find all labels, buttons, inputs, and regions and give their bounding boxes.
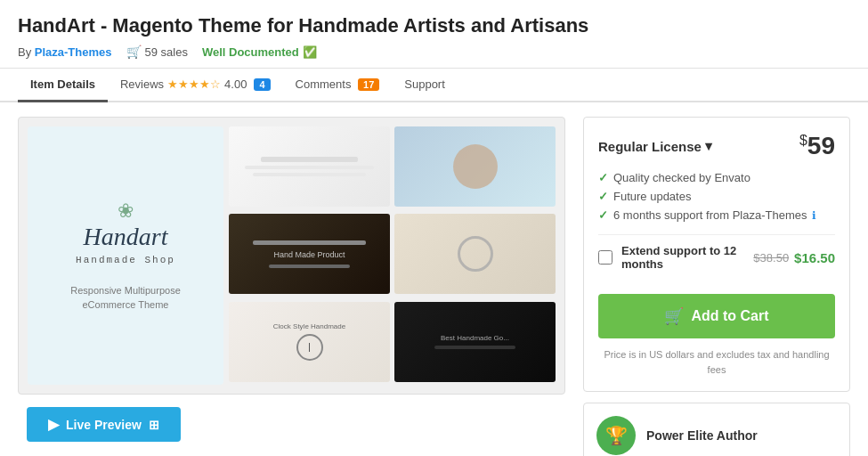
thumbnail-1 (229, 126, 390, 207)
cart-btn-icon: 🛒 (664, 306, 684, 326)
preview-grid: ❀ Handart Handmade Shop Responsive Multi… (18, 117, 565, 395)
sale-price: $16.50 (794, 250, 835, 265)
tab-item-details[interactable]: Item Details (18, 69, 108, 102)
well-documented-badge: Well Documented ✅ (202, 45, 317, 59)
page-wrapper: HandArt - Magento Theme for Handmade Art… (0, 0, 868, 456)
meta-row: By Plaza-Themes 🛒 59 sales Well Document… (18, 45, 850, 59)
thumbnail-5: Clock Style Handmade (229, 302, 390, 382)
tabs-row: Item Details Reviews ★★★★☆ 4.00 4 Commen… (0, 69, 868, 102)
sales-info: 🛒 59 sales (126, 45, 188, 59)
thumbnail-2 (394, 126, 556, 207)
rating-number: 4.00 (224, 77, 247, 91)
author-by-label: By Plaza-Themes (18, 45, 112, 59)
live-preview-btn-row: ▶ Live Preview ⊞ (18, 407, 565, 442)
live-preview-button[interactable]: ▶ Live Preview ⊞ (27, 407, 181, 442)
handart-subtitle: Handmade Shop (76, 255, 175, 265)
preview-section: ❀ Handart Handmade Shop Responsive Multi… (18, 117, 565, 456)
cart-icon: 🛒 (126, 45, 142, 59)
thumbnail-4 (394, 214, 556, 294)
check-icon-2: ✓ (598, 190, 608, 203)
check-icon-3: ✓ (598, 208, 608, 222)
preview-thumbnails: Hand Made Product Clock Style Handmade (229, 126, 556, 385)
thumbnail-3: Hand Made Product (229, 214, 390, 294)
tab-comments[interactable]: Comments 17 (283, 69, 393, 102)
license-dropdown-icon[interactable]: ▾ (705, 138, 712, 154)
check-circle-icon: ✅ (303, 45, 317, 59)
logo-area: ❀ Handart Handmade Shop (76, 200, 175, 265)
license-title: Regular License ▾ (598, 138, 712, 154)
thumbnail-6: Best Handmade Go... (394, 302, 556, 382)
license-box: Regular License ▾ $59 ✓ Quality checked … (583, 117, 850, 392)
well-documented-label: Well Documented (202, 45, 299, 59)
add-to-cart-button[interactable]: 🛒 Add to Cart (598, 294, 835, 338)
author-label: Power Elite Author (646, 428, 758, 443)
price-display: $59 (799, 132, 835, 160)
page-title: HandArt - Magento Theme for Handmade Art… (18, 14, 850, 37)
currency-symbol: $ (799, 133, 807, 148)
flower-decoration: ❀ (76, 200, 175, 223)
author-avatar-icon: 🏆 (605, 425, 628, 446)
preview-left: ❀ Handart Handmade Shop Responsive Multi… (28, 126, 223, 385)
extend-support-label: Extend support to 12 months (621, 244, 744, 271)
features-list: ✓ Quality checked by Envato ✓ Future upd… (598, 171, 835, 222)
feature-updates: ✓ Future updates (598, 190, 835, 203)
sales-count: 59 sales (145, 45, 188, 59)
info-icon[interactable]: ℹ (812, 209, 816, 222)
add-to-cart-label: Add to Cart (691, 308, 768, 324)
star-rating: ★★★★☆ (167, 77, 221, 91)
price-note: Price is in US dollars and excludes tax … (598, 347, 835, 377)
license-header: Regular License ▾ $59 (598, 132, 835, 160)
check-icon-1: ✓ (598, 171, 608, 184)
live-preview-label: Live Preview (66, 418, 142, 432)
tab-reviews[interactable]: Reviews ★★★★☆ 4.00 4 (108, 69, 283, 102)
author-box: 🏆 Power Elite Author (583, 403, 850, 456)
feature-support: ✓ 6 months support from Plaza-Themes ℹ (598, 208, 835, 222)
reviews-badge: 4 (254, 78, 270, 91)
preview-tagline: Responsive MultipurposeeCommerce Theme (70, 283, 181, 313)
feature-quality: ✓ Quality checked by Envato (598, 171, 835, 184)
live-preview-icon: ▶ (48, 416, 59, 433)
author-avatar: 🏆 (596, 416, 636, 455)
handart-logo: Handart (76, 223, 175, 251)
extend-support-checkbox[interactable] (598, 250, 612, 265)
comments-badge: 17 (358, 78, 379, 91)
original-price: $38.50 (753, 251, 789, 265)
live-preview-grid-icon: ⊞ (149, 418, 159, 432)
author-link[interactable]: Plaza-Themes (35, 45, 112, 59)
sidebar: Regular License ▾ $59 ✓ Quality checked … (583, 117, 850, 456)
main-content: ❀ Handart Handmade Shop Responsive Multi… (0, 102, 868, 456)
extend-support-row: Extend support to 12 months $38.50 $16.5… (598, 234, 835, 280)
extend-prices: $38.50 $16.50 (753, 250, 835, 265)
tab-support[interactable]: Support (392, 69, 458, 102)
page-header: HandArt - Magento Theme for Handmade Art… (0, 0, 868, 69)
